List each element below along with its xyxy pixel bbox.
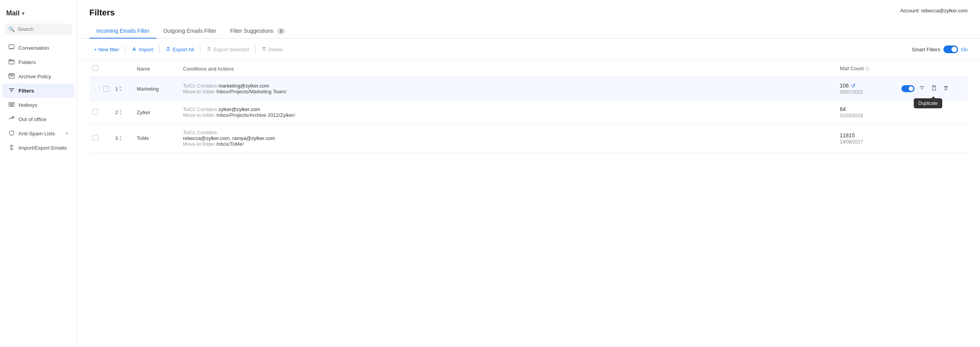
reorder-handle[interactable]: ⋮⋮ (92, 86, 102, 91)
svg-rect-3 (9, 74, 14, 75)
sort-arrows-3[interactable]: ▲ ▼ (119, 135, 122, 142)
chevron-down-icon: ▾ (22, 11, 24, 16)
import-button[interactable]: Import (127, 44, 158, 55)
import-label: Import (139, 47, 153, 52)
row1-conditions: To/Cc Contains marketing@zylker.com (183, 83, 834, 89)
row2-mailcount-cell: 64 01/03/2018 (837, 101, 898, 124)
filters-icon (8, 87, 15, 94)
row1-delete-icon[interactable] (941, 84, 950, 94)
row3-checkbox[interactable] (92, 135, 98, 141)
delete-button[interactable]: Delete (257, 44, 288, 55)
row1-name-cell: Marketing (134, 77, 180, 101)
row3-condition-type: To/Cc Contains (183, 130, 217, 135)
undo-icon[interactable]: ↺ (851, 83, 856, 89)
out-of-office-icon (8, 116, 15, 123)
svg-rect-11 (933, 87, 936, 90)
sidebar-item-hotkeys[interactable]: Hotkeys (2, 98, 74, 112)
col-header-actions (898, 61, 968, 77)
row1-toggle[interactable] (901, 85, 915, 92)
table-row: 3 ▲ ▼ ToMe To/Cc Contains (89, 124, 968, 153)
row3-conditions-cell: To/Cc Contains rebecca@zylker.com, ramya… (180, 124, 837, 153)
sidebar-item-archive-policy[interactable]: Archive Policy (2, 69, 74, 84)
sidebar-item-filters[interactable]: Filters (2, 84, 74, 98)
table-body: ⋮⋮ 1 ▲ ▼ (89, 77, 968, 153)
row3-action-label: Move-to folder (183, 141, 215, 147)
app-title[interactable]: Mail ▾ (0, 6, 77, 24)
tab-outgoing-label: Outgoing Emails Filter (163, 28, 216, 34)
sidebar-item-folders[interactable]: Folders (2, 55, 74, 69)
row2-spacer (126, 101, 134, 124)
col-header-check (89, 61, 112, 77)
row3-mail-date: 19/08/2017 (840, 139, 895, 145)
select-all-checkbox[interactable] (92, 65, 98, 71)
row2-condition-value: zylker@zylker.com (218, 106, 260, 112)
row1-checkbox[interactable] (103, 86, 109, 92)
row2-num-cell: 2 ▲ ▼ (112, 101, 126, 124)
new-filter-button[interactable]: + New filter (89, 44, 124, 55)
toggle-slider (943, 45, 958, 53)
sidebar-nav: Conversation Folders Archive Policy Filt… (0, 41, 77, 155)
search-box[interactable]: 🔍 (5, 24, 72, 35)
row2-mail-date: 01/03/2018 (840, 113, 895, 118)
row3-delete-icon[interactable] (941, 133, 950, 143)
sidebar-item-out-of-office-label: Out of office (18, 116, 47, 122)
col-header-num (112, 61, 126, 77)
svg-rect-0 (9, 45, 14, 49)
sidebar-item-conversation[interactable]: Conversation (2, 41, 74, 55)
separator-3 (200, 45, 200, 53)
sidebar-item-anti-spam[interactable]: Anti-Spam Lists ▾ (2, 126, 74, 141)
sidebar-item-out-of-office[interactable]: Out of office (2, 112, 74, 126)
arrow-down-icon[interactable]: ▼ (119, 89, 122, 92)
row1-duplicate-icon[interactable] (930, 84, 938, 94)
duplicate-tooltip-container: Duplicate (930, 85, 938, 92)
arrow-down-icon[interactable]: ▼ (119, 112, 122, 116)
svg-rect-7 (11, 104, 12, 104)
sidebar-item-import-export[interactable]: Import/Export Emails (2, 141, 74, 155)
row3-mail-count: 11815 (840, 132, 895, 138)
sort-arrows[interactable]: ▲ ▼ (119, 85, 122, 92)
search-input[interactable] (18, 26, 68, 32)
row3-toggle[interactable] (901, 135, 915, 142)
row2-delete-icon[interactable] (941, 107, 950, 117)
row2-checkbox[interactable] (92, 109, 98, 115)
row1-mail-date: 05/07/2022 (840, 89, 895, 95)
anti-spam-icon (8, 130, 15, 137)
sidebar-item-hotkeys-label: Hotkeys (18, 102, 37, 108)
svg-rect-2 (9, 75, 14, 78)
tab-outgoing[interactable]: Outgoing Emails Filter (156, 24, 223, 39)
row1-mailcount-row: 106 ↺ (840, 83, 895, 89)
separator-2 (159, 45, 159, 53)
row2-condition-type: To/Cc Contains (183, 106, 217, 112)
export-selected-button[interactable]: Export Selected (202, 44, 253, 55)
col-header-reorder (126, 61, 134, 77)
row1-num-cell: 1 ▲ ▼ (112, 77, 126, 101)
arrow-down-icon[interactable]: ▼ (119, 138, 122, 142)
row3-duplicate-icon[interactable] (930, 133, 938, 143)
export-all-button[interactable]: Export All (161, 44, 198, 55)
row2-duplicate-icon[interactable] (930, 107, 938, 117)
smart-filters-toggle[interactable] (943, 45, 958, 53)
filters-table-container: Name Conditions and Actions Mail Count ⓘ (77, 61, 980, 347)
chevron-down-icon: ▾ (66, 131, 68, 136)
row2-toggle[interactable] (901, 109, 915, 116)
tabs-bar: Incoming Emails Filter Outgoing Emails F… (77, 18, 980, 39)
row1-condition-value: marketing@zylker.com (218, 83, 269, 89)
row2-name: Zylker (137, 109, 150, 115)
toolbar: + New filter Import Export All Export Se… (77, 39, 980, 61)
new-filter-label: + New filter (94, 47, 119, 52)
sort-arrows-2[interactable]: ▲ ▼ (119, 109, 122, 116)
row2-filter-icon[interactable] (918, 107, 926, 117)
row3-filter-icon[interactable] (918, 133, 926, 143)
svg-rect-12 (933, 110, 936, 114)
row1-filter-icon[interactable] (918, 84, 926, 94)
row2-action: Move-to folder Inbox/Projects/Archive 20… (183, 112, 834, 118)
separator-4 (255, 45, 255, 53)
tab-incoming[interactable]: Incoming Emails Filter (89, 24, 156, 39)
page-title: Filters (89, 8, 115, 18)
row3-actions-cell (898, 124, 968, 153)
row3-action-value: Inbox/ToMe/ (216, 141, 244, 147)
row2-conditions: To/Cc Contains zylker@zylker.com (183, 106, 834, 112)
row3-action: Move-to folder Inbox/ToMe/ (183, 141, 834, 147)
export-selected-icon (206, 46, 211, 52)
tab-suggestions[interactable]: Filter Suggestions 9 (223, 24, 292, 39)
